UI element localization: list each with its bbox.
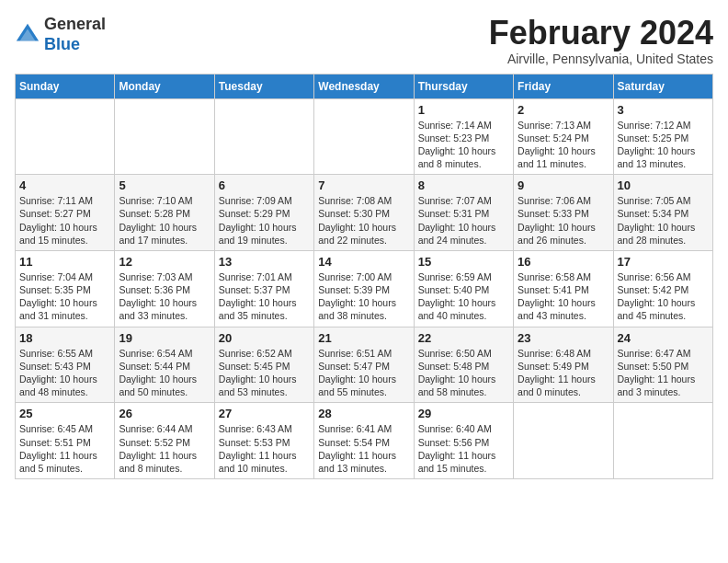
day-number: 8 xyxy=(418,178,509,192)
day-cell: 3Sunrise: 7:12 AMSunset: 5:25 PMDaylight… xyxy=(613,98,712,175)
day-number: 3 xyxy=(618,103,709,117)
day-cell xyxy=(214,98,313,175)
logo-blue: Blue xyxy=(44,35,106,55)
day-cell xyxy=(115,98,214,175)
day-number: 13 xyxy=(219,255,310,269)
day-cell: 9Sunrise: 7:06 AMSunset: 5:33 PMDaylight… xyxy=(514,175,613,251)
day-cell: 28Sunrise: 6:41 AMSunset: 5:54 PMDayligh… xyxy=(314,403,414,479)
week-row-0: 1Sunrise: 7:14 AMSunset: 5:23 PMDaylight… xyxy=(16,98,713,175)
day-cell: 27Sunrise: 6:43 AMSunset: 5:53 PMDayligh… xyxy=(214,403,313,479)
day-cell: 8Sunrise: 7:07 AMSunset: 5:31 PMDaylight… xyxy=(414,175,513,251)
week-row-4: 25Sunrise: 6:45 AMSunset: 5:51 PMDayligh… xyxy=(16,403,713,479)
day-cell: 5Sunrise: 7:10 AMSunset: 5:28 PMDaylight… xyxy=(115,175,214,251)
day-number: 28 xyxy=(318,407,409,420)
location: Airville, Pennsylvania, United States xyxy=(489,52,713,66)
weekday-header-friday: Friday xyxy=(514,74,613,98)
day-number: 5 xyxy=(119,178,210,192)
calendar-body: 1Sunrise: 7:14 AMSunset: 5:23 PMDaylight… xyxy=(16,98,713,478)
day-info: Sunrise: 6:40 AMSunset: 5:56 PMDaylight:… xyxy=(418,422,509,475)
day-number: 14 xyxy=(318,255,409,269)
title-area: February 2024 Airville, Pennsylvania, Un… xyxy=(489,15,713,66)
day-info: Sunrise: 6:44 AMSunset: 5:52 PMDaylight:… xyxy=(119,422,210,475)
day-info: Sunrise: 7:08 AMSunset: 5:30 PMDaylight:… xyxy=(318,194,409,247)
day-info: Sunrise: 6:58 AMSunset: 5:41 PMDaylight:… xyxy=(518,270,609,323)
day-number: 4 xyxy=(19,178,110,192)
day-cell: 6Sunrise: 7:09 AMSunset: 5:29 PMDaylight… xyxy=(214,175,313,251)
weekday-header-wednesday: Wednesday xyxy=(314,74,414,98)
day-cell: 17Sunrise: 6:56 AMSunset: 5:42 PMDayligh… xyxy=(613,250,712,327)
day-cell: 10Sunrise: 7:05 AMSunset: 5:34 PMDayligh… xyxy=(613,175,712,251)
week-row-3: 18Sunrise: 6:55 AMSunset: 5:43 PMDayligh… xyxy=(16,327,713,403)
weekday-header-tuesday: Tuesday xyxy=(214,74,313,98)
day-number: 22 xyxy=(418,331,509,345)
logo-icon xyxy=(15,22,40,48)
day-number: 18 xyxy=(19,331,110,345)
day-info: Sunrise: 7:05 AMSunset: 5:34 PMDaylight:… xyxy=(618,194,709,247)
day-number: 12 xyxy=(119,255,210,269)
day-cell: 15Sunrise: 6:59 AMSunset: 5:40 PMDayligh… xyxy=(414,250,513,327)
calendar-header: SundayMondayTuesdayWednesdayThursdayFrid… xyxy=(16,74,713,98)
day-number: 2 xyxy=(518,103,609,117)
day-info: Sunrise: 6:41 AMSunset: 5:54 PMDaylight:… xyxy=(318,422,409,475)
day-cell: 25Sunrise: 6:45 AMSunset: 5:51 PMDayligh… xyxy=(16,403,115,479)
day-cell xyxy=(314,98,414,175)
day-cell: 1Sunrise: 7:14 AMSunset: 5:23 PMDaylight… xyxy=(414,98,513,175)
day-cell: 20Sunrise: 6:52 AMSunset: 5:45 PMDayligh… xyxy=(214,327,313,403)
day-cell xyxy=(16,98,115,175)
week-row-2: 11Sunrise: 7:04 AMSunset: 5:35 PMDayligh… xyxy=(16,250,713,327)
day-cell: 23Sunrise: 6:48 AMSunset: 5:49 PMDayligh… xyxy=(514,327,613,403)
day-cell: 18Sunrise: 6:55 AMSunset: 5:43 PMDayligh… xyxy=(16,327,115,403)
day-info: Sunrise: 6:48 AMSunset: 5:49 PMDaylight:… xyxy=(518,347,609,399)
week-row-1: 4Sunrise: 7:11 AMSunset: 5:27 PMDaylight… xyxy=(16,175,713,251)
day-info: Sunrise: 7:03 AMSunset: 5:36 PMDaylight:… xyxy=(119,270,210,323)
calendar-table: SundayMondayTuesdayWednesdayThursdayFrid… xyxy=(15,74,713,479)
day-number: 7 xyxy=(318,178,409,192)
day-cell: 24Sunrise: 6:47 AMSunset: 5:50 PMDayligh… xyxy=(613,327,712,403)
weekday-header-monday: Monday xyxy=(115,74,214,98)
day-number: 25 xyxy=(19,407,110,420)
day-info: Sunrise: 7:13 AMSunset: 5:24 PMDaylight:… xyxy=(518,119,609,171)
day-info: Sunrise: 7:12 AMSunset: 5:25 PMDaylight:… xyxy=(618,119,709,171)
day-cell: 11Sunrise: 7:04 AMSunset: 5:35 PMDayligh… xyxy=(16,250,115,327)
logo-general: General xyxy=(44,15,106,35)
day-cell: 14Sunrise: 7:00 AMSunset: 5:39 PMDayligh… xyxy=(314,250,414,327)
day-number: 20 xyxy=(219,331,310,345)
day-number: 26 xyxy=(119,407,210,420)
day-info: Sunrise: 7:04 AMSunset: 5:35 PMDaylight:… xyxy=(19,270,110,323)
month-title: February 2024 xyxy=(489,15,713,52)
day-info: Sunrise: 6:51 AMSunset: 5:47 PMDaylight:… xyxy=(318,347,409,399)
day-info: Sunrise: 6:47 AMSunset: 5:50 PMDaylight:… xyxy=(618,347,709,399)
day-cell: 29Sunrise: 6:40 AMSunset: 5:56 PMDayligh… xyxy=(414,403,513,479)
day-number: 17 xyxy=(618,255,709,269)
weekday-header-row: SundayMondayTuesdayWednesdayThursdayFrid… xyxy=(16,74,713,98)
weekday-header-sunday: Sunday xyxy=(16,74,115,98)
day-cell: 16Sunrise: 6:58 AMSunset: 5:41 PMDayligh… xyxy=(514,250,613,327)
day-info: Sunrise: 6:54 AMSunset: 5:44 PMDaylight:… xyxy=(119,347,210,399)
day-cell: 19Sunrise: 6:54 AMSunset: 5:44 PMDayligh… xyxy=(115,327,214,403)
weekday-header-saturday: Saturday xyxy=(613,74,712,98)
day-cell: 13Sunrise: 7:01 AMSunset: 5:37 PMDayligh… xyxy=(214,250,313,327)
page-header: General Blue February 2024 Airville, Pen… xyxy=(15,15,713,66)
day-info: Sunrise: 6:45 AMSunset: 5:51 PMDaylight:… xyxy=(19,422,110,475)
day-cell: 12Sunrise: 7:03 AMSunset: 5:36 PMDayligh… xyxy=(115,250,214,327)
day-number: 6 xyxy=(219,178,310,192)
day-info: Sunrise: 7:00 AMSunset: 5:39 PMDaylight:… xyxy=(318,270,409,323)
day-info: Sunrise: 6:43 AMSunset: 5:53 PMDaylight:… xyxy=(219,422,310,475)
day-info: Sunrise: 7:07 AMSunset: 5:31 PMDaylight:… xyxy=(418,194,509,247)
day-info: Sunrise: 6:55 AMSunset: 5:43 PMDaylight:… xyxy=(19,347,110,399)
day-number: 23 xyxy=(518,331,609,345)
logo: General Blue xyxy=(15,15,106,54)
day-number: 1 xyxy=(418,103,509,117)
day-number: 19 xyxy=(119,331,210,345)
day-number: 29 xyxy=(418,407,509,420)
day-cell: 22Sunrise: 6:50 AMSunset: 5:48 PMDayligh… xyxy=(414,327,513,403)
day-cell xyxy=(514,403,613,479)
day-info: Sunrise: 6:59 AMSunset: 5:40 PMDaylight:… xyxy=(418,270,509,323)
day-info: Sunrise: 6:50 AMSunset: 5:48 PMDaylight:… xyxy=(418,347,509,399)
day-number: 16 xyxy=(518,255,609,269)
day-info: Sunrise: 6:56 AMSunset: 5:42 PMDaylight:… xyxy=(618,270,709,323)
day-info: Sunrise: 7:11 AMSunset: 5:27 PMDaylight:… xyxy=(19,194,110,247)
day-cell: 7Sunrise: 7:08 AMSunset: 5:30 PMDaylight… xyxy=(314,175,414,251)
day-number: 15 xyxy=(418,255,509,269)
weekday-header-thursday: Thursday xyxy=(414,74,513,98)
